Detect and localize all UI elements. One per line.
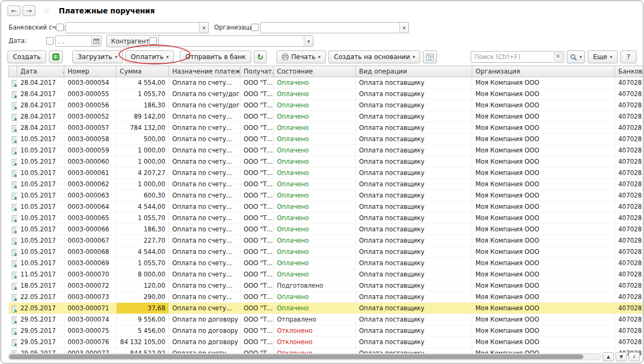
- column-header-payee[interactable]: Получат...: [240, 66, 274, 77]
- send-to-bank-label: Отправить в банк: [185, 53, 246, 61]
- column-header-icon[interactable]: [9, 66, 17, 77]
- counterparty-dropdown-button[interactable]: ▾: [304, 36, 313, 46]
- table-row[interactable]: 10.05.2017 0003-000063 600,30 Оплата по …: [9, 190, 643, 201]
- cell-bank: 407028: [615, 122, 643, 134]
- cell-bank: 407028: [615, 77, 643, 89]
- toolbar: Создать Загрузить▾ Оплатить▾ Отправить в…: [1, 48, 643, 65]
- create-based-on-button[interactable]: Создать на основании▾: [328, 50, 420, 63]
- column-header-number[interactable]: Номер: [64, 66, 116, 77]
- organization-checkbox[interactable]: [251, 24, 259, 31]
- table-row[interactable]: 10.05.2017 0003-000062 1 000,00 Оплата п…: [9, 179, 643, 190]
- doc-icon-cell: [9, 190, 17, 201]
- table-row[interactable]: 10.05.2017 0003-000059 1 000,00 Оплата п…: [9, 145, 643, 156]
- cell-number: 0003-000052: [64, 111, 116, 122]
- load-button[interactable]: Загрузить▾: [72, 50, 123, 63]
- organization-input[interactable]: [261, 23, 399, 33]
- table-row[interactable]: 10.05.2017 0003-000065 1 055,70 Оплата п…: [9, 213, 643, 224]
- search-button[interactable]: ▾: [567, 50, 586, 63]
- table-row[interactable]: 18.05.2017 0003-000072 120,00 Оплата по …: [9, 280, 643, 292]
- date-checkbox[interactable]: [46, 37, 54, 45]
- pay-button[interactable]: Оплатить▾: [126, 50, 174, 63]
- cell-purpose: Оплата по счету...: [169, 269, 240, 280]
- doc-icon-cell: [9, 314, 17, 325]
- scroll-up-button[interactable]: ▲: [603, 352, 614, 361]
- counterparty-checkbox[interactable]: [149, 37, 157, 45]
- cell-operation: Оплата поставщику: [356, 303, 472, 314]
- refresh-button[interactable]: ↻: [254, 50, 267, 63]
- print-button[interactable]: Печать▾: [276, 50, 326, 63]
- cell-number: 0003-000075: [64, 325, 116, 337]
- help-button[interactable]: ?: [620, 50, 636, 63]
- bank-account-input[interactable]: [66, 23, 199, 33]
- organization-dropdown-button[interactable]: ▾: [399, 23, 408, 33]
- cell-payee: ООО "Т...: [240, 100, 274, 111]
- cell-organization: Моя Компания ООО: [472, 168, 615, 179]
- arrow-down-icon: ▼: [619, 354, 623, 359]
- related-report-button[interactable]: [423, 50, 437, 63]
- cell-payee: ООО "Т...: [240, 292, 274, 303]
- table-row[interactable]: 29.05.2017 0003-000075 5 456,00 Оплата п…: [9, 325, 643, 337]
- cell-status: Оплачено: [274, 134, 356, 145]
- table-row[interactable]: 28.04.2017 0003-000055 1 055,70 Оплата п…: [9, 89, 643, 100]
- favorite-star-icon[interactable]: ☆: [43, 6, 50, 16]
- scroll-to-end-button[interactable]: ⇓: [628, 352, 640, 361]
- table-row[interactable]: 10.05.2017 0003-000060 1 000,00 Оплата п…: [9, 156, 643, 168]
- date-input[interactable]: [56, 36, 91, 46]
- table-row[interactable]: 22.05.2017 0003-000073 290,00 Оплата по …: [9, 292, 643, 303]
- counterparty-label: Контрагент:: [111, 38, 151, 45]
- cell-operation: Оплата поставщику: [356, 269, 472, 280]
- cell-payee: ООО "Т...: [240, 111, 274, 122]
- search-input[interactable]: [471, 53, 564, 61]
- table-row[interactable]: 11.05.2017 0003-000070 8 000,00 Оплата п…: [9, 269, 643, 280]
- cell-payee: ООО "Т...: [240, 201, 274, 213]
- table-row[interactable]: 28.04.2017 0003-000052 89 142,00 Оплата …: [9, 111, 643, 122]
- forward-button[interactable]: →: [23, 5, 35, 16]
- column-header-operation[interactable]: Вид операции: [356, 66, 472, 77]
- table-row[interactable]: 10.05.2017 0003-000064 4 544,00 Оплата п…: [9, 201, 643, 213]
- column-header-bank[interactable]: Банков: [615, 66, 643, 77]
- table-row[interactable]: 28.04.2017 0003-000056 186,30 Оплата по …: [9, 100, 643, 111]
- cell-purpose: Оплата по счету...: [169, 122, 240, 134]
- cell-operation: Оплата поставщику: [356, 100, 472, 111]
- table-row[interactable]: 28.04.2017 0003-000057 784 132,00 Оплата…: [9, 122, 643, 134]
- table-row[interactable]: 29.05.2017 0003-000076 84 132 105,00 Опл…: [9, 337, 643, 348]
- table-row[interactable]: 22.05.2017 0003-000071 37,68 Оплата по с…: [9, 303, 643, 314]
- table-row[interactable]: 10.05.2017 0003-000061 4 207,27 Оплата п…: [9, 168, 643, 179]
- send-to-bank-button[interactable]: Отправить в банк: [180, 50, 251, 63]
- table-row[interactable]: 10.05.2017 0003-000067 227,70 Оплата по …: [9, 235, 643, 246]
- table-row[interactable]: 28.04.2017 0003-000054 4 554,00 Оплата п…: [9, 77, 643, 89]
- back-button[interactable]: ←: [8, 5, 20, 16]
- table-row[interactable]: 29.05.2017 0003-000074 9 556,00 Оплата п…: [9, 314, 643, 325]
- document-posted-icon: [12, 181, 17, 189]
- cell-operation: Оплата поставщику: [356, 280, 472, 292]
- search-clear-button[interactable]: ×: [554, 53, 562, 61]
- column-header-organization[interactable]: Организация: [472, 66, 615, 77]
- cell-payee: ООО "Т...: [240, 134, 274, 145]
- table-row[interactable]: 10.05.2017 0003-000066 186,30 Оплата по …: [9, 224, 643, 235]
- table-row[interactable]: 10.05.2017 0003-000068 4 544,00 Оплата п…: [9, 246, 643, 258]
- column-header-amount[interactable]: Сумма: [116, 66, 169, 77]
- bank-account-dropdown-button[interactable]: ▾: [199, 23, 208, 33]
- calendar-icon[interactable]: [91, 36, 101, 46]
- more-button[interactable]: Еще▾: [588, 50, 618, 63]
- horizontal-scrollbar-thumb[interactable]: [9, 354, 583, 359]
- cell-number: 0003-000064: [64, 201, 116, 213]
- column-header-status[interactable]: Состояние: [274, 66, 356, 77]
- scroll-down-button[interactable]: ▼: [616, 352, 627, 361]
- title-bar: ← → ☆ Платежные поручения: [1, 1, 643, 19]
- cell-amount: 1 000,00: [116, 179, 169, 190]
- cell-bank: 407028: [615, 224, 643, 235]
- table-row[interactable]: 10.05.2017 0003-000069 1 055,70 Оплата п…: [9, 258, 643, 269]
- create-copy-icon-button[interactable]: [49, 50, 63, 63]
- horizontal-scrollbar[interactable]: [8, 353, 601, 360]
- cell-number: 0003-000066: [64, 224, 116, 235]
- bank-account-checkbox[interactable]: [56, 24, 64, 31]
- cell-status: Оплачено: [274, 190, 356, 201]
- table-row[interactable]: 10.05.2017 0003-000058 500,00 Оплата по …: [9, 134, 643, 145]
- cell-number: 0003-000063: [64, 190, 116, 201]
- cell-organization: Моя Компания ООО: [472, 145, 615, 156]
- counterparty-input[interactable]: [159, 36, 304, 46]
- column-header-date[interactable]: Дата↓: [17, 66, 64, 77]
- column-header-purpose[interactable]: Назначение платежа: [169, 66, 240, 77]
- create-button[interactable]: Создать: [8, 50, 46, 63]
